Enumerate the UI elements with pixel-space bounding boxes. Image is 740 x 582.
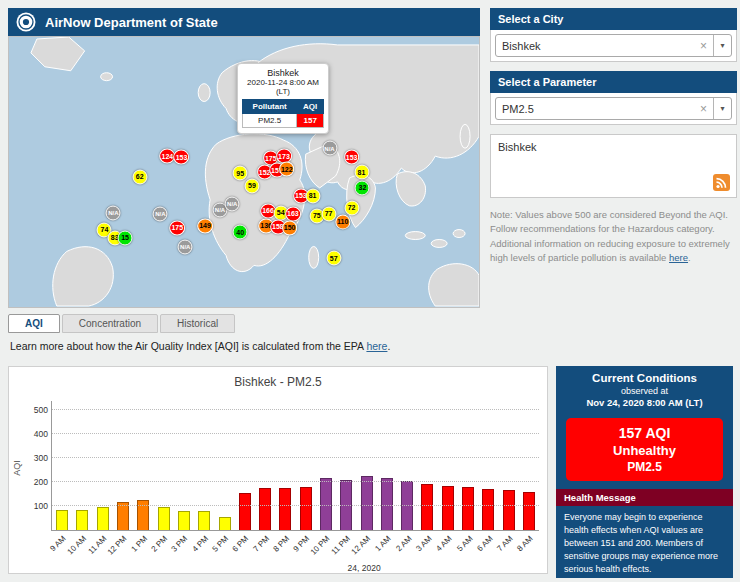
- aqi-marker-175[interactable]: 175: [169, 220, 185, 235]
- aqi-marker-15[interactable]: 15: [118, 230, 133, 245]
- current-aqi-value: 157 AQI: [566, 425, 723, 441]
- city-dropdown-arrow-icon[interactable]: ▾: [714, 41, 731, 50]
- aqi-marker-153[interactable]: 153: [174, 150, 190, 165]
- aqi-bar-3pm[interactable]: [178, 511, 190, 530]
- note-here-link[interactable]: here: [669, 252, 688, 263]
- bar-slot: [499, 490, 519, 530]
- aqi-marker-57[interactable]: 57: [326, 251, 341, 266]
- aqi-marker-n-a[interactable]: N/A: [322, 141, 337, 156]
- aqi-bar-9pm[interactable]: [300, 487, 312, 530]
- learn-more-here-link[interactable]: here: [366, 340, 387, 352]
- x-tick-5am: 5 AM: [458, 532, 478, 574]
- y-tick-500: 500: [18, 405, 48, 415]
- bar-slot: [52, 510, 72, 530]
- y-tick-200: 200: [18, 477, 48, 487]
- popup-aqi-value: 157: [297, 114, 324, 128]
- note-suffix: .: [688, 252, 691, 263]
- aqi-bar-10am[interactable]: [76, 510, 88, 530]
- aqi-marker-110[interactable]: 110: [335, 214, 350, 229]
- learn-more-suffix: .: [387, 340, 390, 352]
- x-tick-4pm: 4 PM: [193, 532, 213, 574]
- bar-slot: [417, 484, 437, 530]
- aqi-bar-6am[interactable]: [482, 489, 494, 530]
- aqi-marker-n-a[interactable]: N/A: [153, 206, 168, 221]
- bar-slot: [174, 511, 194, 530]
- x-tick-6am: 6 AM: [478, 532, 498, 574]
- aqi-bar-4am[interactable]: [442, 486, 454, 530]
- popup-aqi-header: AQI: [297, 100, 324, 114]
- world-map[interactable]: 12415362N/A748315175N/AN/A95175173152157…: [8, 36, 480, 308]
- popup-aqi-table: Pollutant AQI PM2.5 157: [242, 99, 324, 128]
- aqi-bar-6pm[interactable]: [239, 493, 251, 530]
- aqi-marker-77[interactable]: 77: [321, 206, 336, 221]
- aqi-marker-153[interactable]: 153: [344, 150, 360, 165]
- city-clear-icon[interactable]: ×: [694, 39, 713, 53]
- parameter-select-value: PM2.5: [496, 103, 694, 115]
- aqi-marker-150[interactable]: 150: [282, 220, 298, 235]
- aqi-marker-163[interactable]: 163: [285, 206, 301, 221]
- x-tick-4am: 4 AM: [437, 532, 457, 574]
- conditions-header: Current Conditions observed at Nov 24, 2…: [556, 366, 733, 412]
- city-select[interactable]: Bishkek × ▾: [495, 34, 732, 57]
- popup-city: Bishkek: [242, 68, 324, 78]
- conditions-title: Current Conditions: [560, 372, 729, 384]
- aqi-bar-12am[interactable]: [361, 476, 373, 530]
- app-header: AirNow Department of State: [8, 8, 480, 36]
- x-tick-3pm: 3 PM: [173, 532, 193, 574]
- aqi-bar-8pm[interactable]: [279, 488, 291, 530]
- aqi-marker-n-a[interactable]: N/A: [225, 196, 240, 211]
- conditions-datetime: Nov 24, 2020 8:00 AM (LT): [560, 397, 729, 408]
- aqi-bar-11am[interactable]: [97, 507, 109, 530]
- parameter-widget-header: Select a Parameter: [490, 71, 737, 93]
- aqi-marker-72[interactable]: 72: [344, 200, 359, 215]
- parameter-dropdown-arrow-icon[interactable]: ▾: [714, 104, 731, 113]
- rss-icon[interactable]: [713, 174, 730, 191]
- aqi-bar-9am[interactable]: [56, 510, 68, 530]
- bar-slot: [113, 502, 133, 530]
- aqi-bar-7pm[interactable]: [259, 488, 271, 530]
- aqi-bar-5am[interactable]: [462, 487, 474, 530]
- tab-aqi[interactable]: AQI: [8, 314, 60, 333]
- aqi-marker-81[interactable]: 81: [305, 188, 320, 203]
- bar-slot: [72, 510, 92, 530]
- aqi-bar-4pm[interactable]: [198, 511, 210, 530]
- aqi-bar-12pm[interactable]: [117, 502, 129, 530]
- parameter-clear-icon[interactable]: ×: [694, 102, 713, 116]
- dos-seal-logo: [16, 12, 36, 32]
- aqi-bar-2pm[interactable]: [158, 507, 170, 530]
- x-tick-3am: 3 AM: [417, 532, 437, 574]
- current-conditions-panel: Current Conditions observed at Nov 24, 2…: [556, 366, 733, 578]
- tab-historical[interactable]: Historical: [160, 314, 235, 333]
- parameter-select[interactable]: PM2.5 × ▾: [495, 97, 732, 120]
- bar-slot: [377, 478, 397, 530]
- y-tick-100: 100: [18, 501, 48, 511]
- aqi-bar-3am[interactable]: [421, 484, 433, 530]
- aqi-bar-7am[interactable]: [503, 490, 515, 530]
- aqi-bar-8am[interactable]: [523, 492, 535, 530]
- bar-slot: [255, 488, 275, 530]
- bar-slot: [296, 487, 316, 530]
- aqi-marker-122[interactable]: 122: [279, 162, 295, 177]
- aqi-marker-95[interactable]: 95: [233, 166, 248, 181]
- aqi-marker-n-a[interactable]: N/A: [106, 205, 121, 220]
- aqi-marker-32[interactable]: 32: [355, 180, 370, 195]
- aqi-bar-10pm[interactable]: [320, 478, 332, 530]
- bar-slot: [275, 488, 295, 530]
- aqi-marker-81[interactable]: 81: [354, 165, 369, 180]
- city-widget: Select a City Bishkek × ▾: [490, 8, 737, 62]
- aqi-marker-40[interactable]: 40: [233, 225, 248, 240]
- aqi-marker-n-a[interactable]: N/A: [178, 239, 193, 254]
- aqi-bar-5pm[interactable]: [219, 517, 231, 530]
- bar-slot: [316, 478, 336, 530]
- map-popup: Bishkek 2020-11-24 8:00 AM (LT) Pollutan…: [237, 63, 329, 134]
- y-tick-400: 400: [18, 429, 48, 439]
- chart-title: Bishkek - PM2.5: [9, 375, 547, 389]
- tab-concentration[interactable]: Concentration: [62, 314, 158, 333]
- x-tick-7am: 7 AM: [498, 532, 518, 574]
- x-tick-8am: 8 AM: [519, 532, 539, 574]
- aqi-bar-1am[interactable]: [381, 478, 393, 530]
- aqi-marker-59[interactable]: 59: [244, 178, 259, 193]
- aqi-marker-149[interactable]: 149: [197, 218, 213, 233]
- aqi-marker-62[interactable]: 62: [132, 169, 147, 184]
- popup-timezone: (LT): [242, 87, 324, 96]
